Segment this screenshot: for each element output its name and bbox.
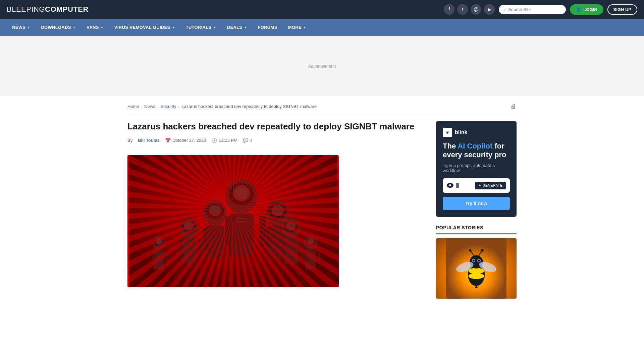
blink-logo-text: blink <box>455 129 467 135</box>
facebook-icon[interactable]: f <box>444 4 454 15</box>
breadcrumb-sep-2: › <box>157 105 159 109</box>
blink-input-area: ✦ GENERATE <box>443 178 510 193</box>
article-image <box>127 155 339 287</box>
breadcrumb-security[interactable]: Security <box>161 104 176 109</box>
site-logo[interactable]: BLEEPINGCOMPUTER <box>7 5 89 14</box>
by-label: By <box>127 138 132 143</box>
nav-vpns[interactable]: VPNS ▼ <box>81 19 109 36</box>
login-person-icon: 👤 <box>576 7 581 12</box>
blink-headline-blue: AI Copilot <box>458 142 492 150</box>
logo-text-bold: COMPUTER <box>45 5 89 13</box>
comment-icon: 💬 <box>243 138 248 143</box>
youtube-icon[interactable]: ▶ <box>484 4 495 15</box>
nav-deals[interactable]: DEALS ▼ <box>222 19 253 36</box>
breadcrumb-row: Home › News › Security › Lazarus hackers… <box>127 103 517 114</box>
nav-virus-arrow: ▼ <box>172 26 175 29</box>
twitter-icon[interactable]: t <box>457 4 468 15</box>
blink-generate-button[interactable]: ✦ GENERATE <box>475 182 506 189</box>
nav-downloads-arrow: ▼ <box>73 26 76 29</box>
popular-story-image[interactable] <box>436 238 517 299</box>
breadcrumb-news[interactable]: News <box>144 104 155 109</box>
signup-button[interactable]: SIGN UP <box>607 4 637 15</box>
nav-virus-removal-guides[interactable]: VIRUS REMOVAL GUIDES ▼ <box>109 19 180 36</box>
nav-news-arrow: ▼ <box>27 26 30 29</box>
nav-downloads[interactable]: DOWNLOADS ▼ <box>36 19 81 36</box>
search-input[interactable] <box>508 7 561 12</box>
svg-point-67 <box>478 260 480 261</box>
search-bar[interactable]: ⌕ <box>499 5 566 14</box>
article-meta: By Bill Toulas 📅 October 27, 2023 🕐 12:1… <box>127 138 426 148</box>
nav-tutorials[interactable]: TUTORIALS ▼ <box>180 19 222 36</box>
blink-subtext: Type a prompt, automate a workflow. <box>443 163 510 173</box>
ad-placeholder-text: Advertisement <box>308 64 336 69</box>
login-button[interactable]: 👤 LOGIN <box>570 4 603 15</box>
nav-deals-arrow: ▼ <box>244 26 247 29</box>
blink-eye-icon <box>447 183 453 188</box>
svg-point-58 <box>449 184 451 186</box>
logo-text-plain: BLEEPING <box>7 5 45 13</box>
article-author[interactable]: Bill Toulas <box>138 138 160 143</box>
site-header: BLEEPINGCOMPUTER f t @ ▶ ⌕ 👤 LOGIN SIGN … <box>0 0 644 19</box>
login-label: LOGIN <box>583 7 597 12</box>
social-icons: f t @ ▶ <box>444 4 495 15</box>
blink-try-button[interactable]: Try it now <box>443 197 510 210</box>
blink-advertisement: ♥ blink The AI Copilot for every securit… <box>436 121 517 217</box>
bee-illustration <box>436 238 517 299</box>
main-nav: NEWS ▼ DOWNLOADS ▼ VPNS ▼ VIRUS REMOVAL … <box>0 19 644 36</box>
blink-headline-plain: The <box>443 142 458 150</box>
search-icon: ⌕ <box>503 7 506 12</box>
breadcrumb-sep-3: › <box>178 105 180 109</box>
svg-point-69 <box>469 249 471 251</box>
article-date: 📅 October 27, 2023 <box>165 138 206 143</box>
article-layout: Lazarus hackers breached dev repeatedly … <box>127 121 517 299</box>
nav-news[interactable]: NEWS ▼ <box>7 19 36 36</box>
header-right: f t @ ▶ ⌕ 👤 LOGIN SIGN UP <box>444 4 637 15</box>
article-sidebar: ♥ blink The AI Copilot for every securit… <box>436 121 517 299</box>
breadcrumb-sep-1: › <box>141 105 143 109</box>
article-time: 🕐 12:15 PM <box>211 138 237 143</box>
calendar-icon: 📅 <box>165 138 171 143</box>
breadcrumb: Home › News › Security › Lazarus hackers… <box>127 104 317 109</box>
print-icon[interactable]: 🖨 <box>511 103 517 110</box>
popular-stories-title: POPULAR STORIES <box>436 225 517 234</box>
svg-point-66 <box>473 260 474 261</box>
blink-input-left <box>447 183 459 188</box>
article-main: Lazarus hackers breached dev repeatedly … <box>127 121 426 299</box>
nav-more-arrow: ▼ <box>303 26 306 29</box>
mastodon-icon[interactable]: @ <box>471 4 481 15</box>
blink-cursor <box>456 183 459 188</box>
nav-more[interactable]: MORE ▼ <box>283 19 312 36</box>
nav-forums[interactable]: FORUMS <box>253 19 283 36</box>
ad-banner: Advertisement <box>0 36 644 96</box>
breadcrumb-home[interactable]: Home <box>127 104 139 109</box>
ray-background <box>127 155 339 287</box>
main-content: Home › News › Security › Lazarus hackers… <box>121 96 523 305</box>
svg-point-62 <box>469 273 484 279</box>
clock-icon: 🕐 <box>211 138 217 143</box>
nav-vpns-arrow: ▼ <box>101 26 104 29</box>
svg-point-71 <box>481 249 483 251</box>
article-title: Lazarus hackers breached dev repeatedly … <box>127 121 426 132</box>
blink-headline: The AI Copilot for every security pro <box>443 142 510 160</box>
article-comments[interactable]: 💬 0 <box>243 138 252 143</box>
nav-tutorials-arrow: ▼ <box>213 26 216 29</box>
blink-logo: ♥ blink <box>443 128 510 137</box>
blink-logo-icon: ♥ <box>443 128 452 137</box>
popular-stories-section: POPULAR STORIES <box>436 225 517 299</box>
breadcrumb-current: Lazarus hackers breached dev repeatedly … <box>181 104 317 109</box>
